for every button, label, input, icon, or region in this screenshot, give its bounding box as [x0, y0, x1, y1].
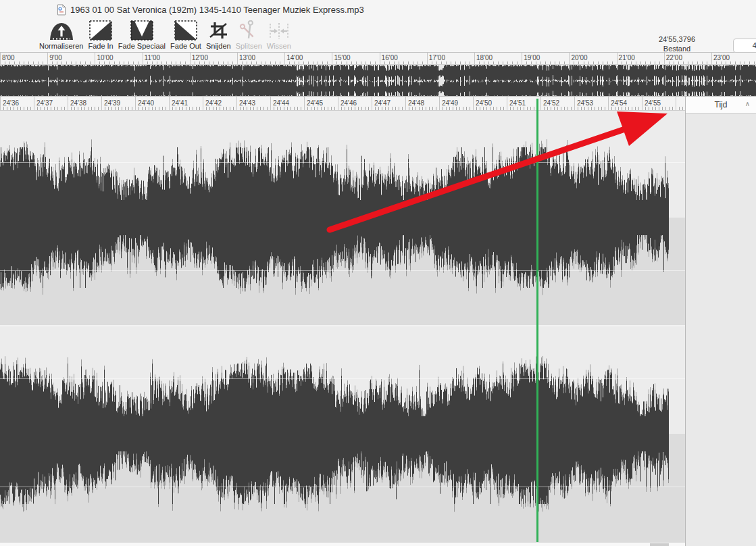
minor-tick — [218, 61, 219, 64]
minor-tick — [84, 107, 85, 110]
minor-tick — [436, 61, 437, 64]
minor-tick — [574, 61, 574, 64]
samplerate-field[interactable]: 44, — [733, 39, 756, 53]
minor-tick — [199, 61, 200, 64]
minor-tick — [24, 61, 24, 64]
minor-tick — [540, 61, 541, 64]
minor-tick — [607, 61, 608, 64]
fade-in-icon — [89, 20, 112, 41]
minor-tick — [301, 107, 301, 110]
ruler-label: 24'43 — [239, 99, 255, 107]
minor-tick — [669, 61, 670, 64]
toolbar: Normaliseren Fade In Fade Speciaal — [0, 19, 756, 53]
major-tick — [135, 97, 136, 110]
minor-tick — [534, 107, 534, 110]
minor-tick — [24, 107, 24, 110]
minor-tick — [91, 107, 92, 110]
minor-tick — [403, 61, 404, 64]
collapse-arrows-icon — [268, 20, 290, 41]
minor-tick — [591, 107, 592, 110]
minor-tick — [195, 61, 195, 64]
fade-out-button[interactable]: Fade Out — [170, 20, 201, 50]
minor-tick — [226, 107, 227, 110]
minor-tick — [415, 107, 416, 110]
minor-tick — [331, 107, 332, 110]
normaliseren-button[interactable]: Normaliseren — [39, 20, 83, 50]
minor-tick — [157, 61, 157, 64]
minor-tick — [422, 61, 423, 64]
ruler-label: 10'00 — [97, 54, 113, 61]
snijden-button[interactable]: Snijden — [206, 20, 231, 50]
minor-tick — [307, 107, 308, 110]
minor-tick — [659, 107, 659, 110]
fade-in-button[interactable]: Fade In — [88, 20, 113, 50]
major-tick — [332, 53, 332, 64]
minor-tick — [223, 107, 224, 110]
minor-tick — [470, 107, 470, 110]
overview-ruler[interactable]: 8'009'0010'0011'0012'0013'0014'0015'0016… — [0, 53, 756, 65]
waveform-editor[interactable] — [0, 111, 685, 542]
minor-tick — [625, 107, 626, 110]
minor-tick — [399, 107, 399, 110]
minor-tick — [459, 107, 460, 110]
minor-tick — [294, 61, 295, 64]
major-tick — [169, 97, 170, 110]
minor-tick — [655, 61, 655, 64]
minor-tick — [199, 107, 200, 110]
minor-tick — [517, 61, 518, 64]
side-panel: Tijd ∧ — [685, 97, 756, 546]
minor-tick — [385, 107, 386, 110]
wissen-button[interactable]: Wissen — [267, 20, 291, 50]
playhead-line[interactable] — [536, 99, 538, 542]
minor-tick — [277, 107, 278, 110]
ruler-label: 24'37 — [36, 99, 53, 107]
ruler-label: 14'00 — [286, 54, 303, 61]
minor-tick — [128, 61, 129, 64]
minor-tick — [105, 107, 105, 110]
fade-speciaal-button[interactable]: Fade Speciaal — [118, 20, 166, 50]
minor-tick — [361, 107, 362, 110]
ruler-label: 24'52 — [543, 99, 559, 107]
minor-tick — [588, 61, 589, 64]
minor-tick — [341, 61, 342, 64]
side-panel-title: Tijd — [715, 100, 728, 109]
splitsen-button[interactable]: Splitsen — [236, 20, 262, 50]
minor-tick — [313, 61, 313, 64]
minor-tick — [280, 107, 281, 110]
minor-tick — [517, 107, 518, 110]
window-titlebar: 1963 01 00 Sat Veronica (192m) 1345-1410… — [0, 0, 756, 19]
minor-tick — [384, 61, 385, 64]
bottom-scrollbar-area[interactable] — [0, 542, 685, 546]
major-tick — [236, 97, 237, 110]
overview-waveform[interactable] — [0, 65, 756, 97]
minor-tick — [341, 107, 342, 110]
minor-tick — [166, 107, 166, 110]
minor-tick — [9, 61, 10, 64]
major-tick — [664, 53, 665, 64]
minor-tick — [674, 61, 674, 64]
ruler-label: 24'48 — [408, 99, 424, 107]
minor-tick — [44, 107, 45, 110]
minor-tick — [598, 107, 599, 110]
minor-tick — [402, 107, 403, 110]
chevron-up-icon[interactable]: ∧ — [745, 100, 750, 107]
ruler-label: 24'44 — [273, 99, 289, 107]
detail-ruler[interactable]: 24'3624'3724'3824'3924'4024'4124'4224'43… — [0, 97, 685, 111]
side-panel-header[interactable]: Tijd ∧ — [686, 97, 756, 114]
ruler-label: 24'51 — [509, 99, 526, 107]
minor-tick — [678, 61, 679, 64]
minor-tick — [33, 61, 34, 64]
minor-tick — [185, 61, 186, 64]
minor-tick — [498, 61, 499, 64]
scrollbar-thumb[interactable] — [650, 543, 669, 546]
minor-tick — [71, 107, 72, 110]
minor-tick — [171, 61, 172, 64]
minor-tick — [551, 107, 551, 110]
splitsen-label: Splitsen — [236, 42, 262, 50]
minor-tick — [78, 107, 78, 110]
major-tick — [405, 97, 406, 110]
minor-tick — [520, 107, 521, 110]
minor-tick — [665, 107, 666, 110]
minor-tick — [314, 107, 315, 110]
minor-tick — [291, 107, 291, 110]
